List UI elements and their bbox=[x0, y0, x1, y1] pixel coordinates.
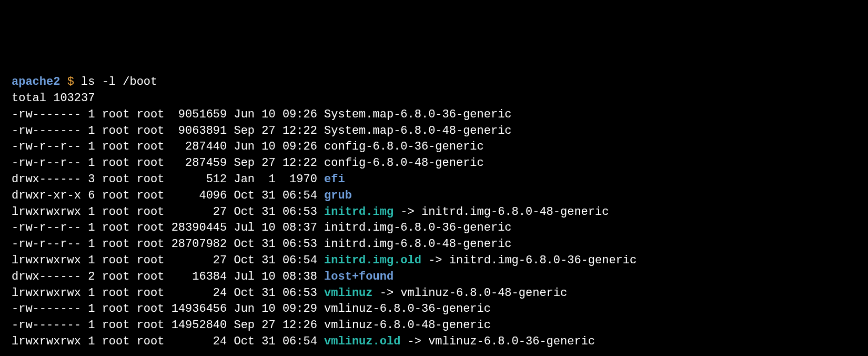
dir-name: lost+found bbox=[324, 270, 393, 283]
command: ls -l /boot bbox=[81, 75, 157, 88]
file-name: System.map-6.8.0-36-generic bbox=[324, 108, 511, 121]
terminal-output[interactable]: apache2 $ ls -l /boot total 103237 -rw--… bbox=[12, 74, 856, 356]
dir-name: efi bbox=[324, 173, 345, 186]
prompt-delim: $ bbox=[67, 75, 74, 88]
file-name: vmlinuz-6.8.0-48-generic bbox=[324, 319, 491, 332]
file-listing: -rw------- 1 root root 9051659 Jun 10 09… bbox=[12, 108, 637, 348]
symlink-name: initrd.img.old bbox=[324, 254, 421, 267]
file-name: vmlinuz-6.8.0-36-generic bbox=[324, 302, 491, 315]
total-line: total 103237 bbox=[12, 92, 95, 105]
file-name: initrd.img-6.8.0-36-generic bbox=[324, 221, 511, 234]
file-name: System.map-6.8.0-48-generic bbox=[324, 124, 511, 137]
file-name: config-6.8.0-48-generic bbox=[324, 156, 484, 170]
file-name: config-6.8.0-36-generic bbox=[324, 140, 484, 153]
symlink-name: initrd.img bbox=[324, 205, 393, 219]
prompt-host: apache2 bbox=[12, 75, 60, 88]
file-name: initrd.img-6.8.0-48-generic bbox=[324, 238, 511, 251]
symlink-name: vmlinuz bbox=[324, 286, 372, 300]
dir-name: grub bbox=[324, 189, 352, 202]
symlink-name: vmlinuz.old bbox=[324, 335, 400, 348]
